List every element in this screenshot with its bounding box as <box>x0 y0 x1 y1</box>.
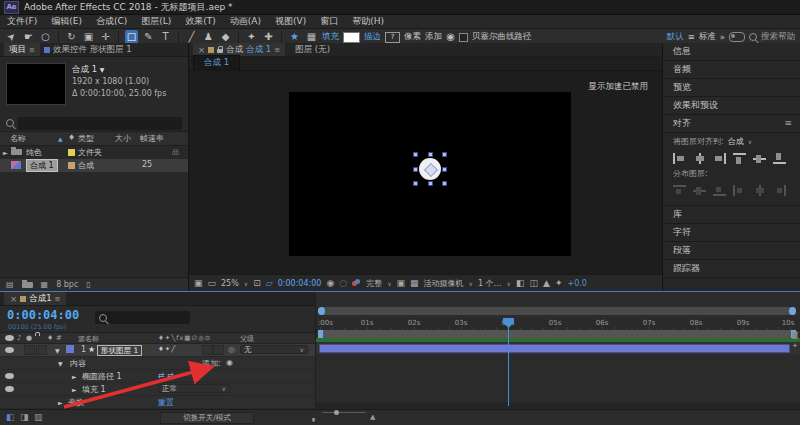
bezier-label[interactable]: 贝塞尔曲线路径 <box>472 31 532 43</box>
distribute-top-button[interactable] <box>673 185 686 196</box>
menu-composition[interactable]: 合成(C) <box>89 15 134 28</box>
fill-swatch[interactable] <box>343 32 360 43</box>
column-framerate[interactable]: 帧速率 <box>140 133 164 144</box>
column-name[interactable]: 名称 <box>10 133 26 144</box>
project-row-name[interactable]: 合成 1 <box>26 159 58 172</box>
shape-selection[interactable] <box>415 154 445 184</box>
grid-options-icon[interactable]: ▱ <box>266 278 273 288</box>
new-folder-icon[interactable] <box>22 282 33 288</box>
label-color-yellow[interactable] <box>68 149 75 156</box>
rotation-tool-icon[interactable]: ↻ <box>65 30 78 44</box>
align-panel-menu-icon[interactable]: ≡ <box>784 115 792 132</box>
comp-viewer[interactable]: 显示加速已禁用 <box>189 71 662 274</box>
channels-icon[interactable] <box>352 279 361 288</box>
timeline-zoom-slider[interactable] <box>322 412 366 413</box>
search-help-input[interactable]: 搜索帮助 <box>761 31 795 43</box>
monitor-icon[interactable]: ▭ <box>208 278 217 288</box>
panel-info[interactable]: 信息 <box>663 43 800 61</box>
stroke-swatch[interactable]: ? <box>385 32 400 43</box>
align-bottom-button[interactable] <box>773 153 786 164</box>
zoom-out-icon[interactable]: ▗ <box>310 414 315 421</box>
chevron-down-icon[interactable]: ∨ <box>748 138 752 145</box>
stroke-label[interactable]: 描边 <box>364 31 381 43</box>
audio-toggle[interactable] <box>24 345 35 355</box>
panel-effects-presets[interactable]: 效果和预设 <box>663 97 800 115</box>
align-vcenter-button[interactable] <box>753 153 766 164</box>
tool-creates-mask-icon[interactable]: ▦ <box>305 30 318 44</box>
switch-box[interactable] <box>202 345 213 355</box>
bit-depth-label[interactable]: 8 bpc <box>56 280 78 289</box>
eye-icon[interactable] <box>5 373 14 379</box>
sync-settings-icon[interactable] <box>729 32 745 42</box>
selection-handle[interactable] <box>413 152 418 157</box>
trash-icon[interactable]: ▯ <box>86 280 90 289</box>
new-composition-icon[interactable]: ▦ <box>41 280 49 289</box>
eye-icon[interactable] <box>5 386 14 392</box>
group-row-fill[interactable]: ► 填充 1 正常 ∨ <box>0 383 315 396</box>
comp-viewport[interactable] <box>289 92 571 256</box>
lock-toggle[interactable] <box>36 345 47 355</box>
expand-inout-pane-icon[interactable]: ◨ <box>20 412 29 422</box>
column-tag-icon[interactable]: ♦ <box>68 133 75 142</box>
timeline-timecode[interactable]: 0:00:04:00 <box>7 308 79 322</box>
camera-tool-icon[interactable]: ▣ <box>82 30 95 44</box>
time-navigator[interactable] <box>318 307 796 315</box>
collapse-icon[interactable]: ▼ <box>55 347 60 354</box>
workspace-standard[interactable]: 标准 <box>699 31 716 43</box>
menu-edit[interactable]: 编辑(E) <box>44 15 89 28</box>
region-of-interest-icon[interactable]: ⊡ <box>253 278 261 288</box>
label-color-tan[interactable] <box>68 162 75 169</box>
layer-switches[interactable]: ♦✦╱ <box>158 345 176 353</box>
reset-link[interactable]: 重置 <box>158 397 174 408</box>
add-label[interactable]: 添加: <box>202 358 221 369</box>
menu-window[interactable]: 窗口 <box>313 15 345 28</box>
group-row-contents[interactable]: ▼ 内容 添加: ◉ <box>0 357 315 370</box>
number-column-icon[interactable]: # <box>56 334 62 342</box>
panel-align[interactable]: 对齐 ≡ <box>663 115 800 133</box>
selection-handle[interactable] <box>428 152 433 157</box>
comp-mini-flowchart-icon[interactable]: ✦ <box>790 341 800 352</box>
pan-behind-tool-icon[interactable]: ✛ <box>99 30 112 44</box>
hand-tool-icon[interactable]: ☛ <box>22 30 35 44</box>
zoom-slider-knob[interactable] <box>334 410 339 415</box>
distribute-bottom-button[interactable] <box>713 185 726 196</box>
comp-name-dropdown-icon[interactable]: ▼ <box>100 66 105 73</box>
project-comp-name[interactable]: 合成 1 ▼ <box>72 63 166 76</box>
panel-paragraph[interactable]: 段落 <box>663 242 800 260</box>
video-column-icon[interactable] <box>5 335 14 341</box>
reverse-path-icons[interactable]: ⇄ ⇄ <box>158 371 174 380</box>
workspace-default[interactable]: 默认 <box>667 31 684 43</box>
tool-creates-shape-icon[interactable]: ★ <box>288 30 301 44</box>
project-search-input[interactable] <box>18 117 182 130</box>
add-shape-icon[interactable]: ◉ <box>446 30 455 44</box>
project-search-icon[interactable] <box>6 119 14 127</box>
fast-previews-icon[interactable]: ◧ <box>516 278 525 288</box>
flowchart-icon[interactable]: ▲ <box>543 278 550 288</box>
eraser-tool-icon[interactable]: ◆ <box>219 30 232 44</box>
collapse-icon[interactable]: ▼ <box>58 360 63 367</box>
toolbar-overflow-icon[interactable]: » <box>720 32 725 42</box>
align-right-button[interactable] <box>713 153 726 164</box>
menu-view[interactable]: 视图(V) <box>268 15 313 28</box>
comp-panel-menu-icon[interactable]: ≡ <box>274 46 280 54</box>
eye-icon[interactable] <box>5 347 14 353</box>
comp-marker-button[interactable]: ◙ <box>790 330 800 341</box>
layer-name[interactable]: 形状图层 1 <box>97 345 142 356</box>
distribute-left-button[interactable] <box>733 185 746 196</box>
snapshot-icon[interactable]: ◉ <box>326 278 334 288</box>
work-area-start-handle[interactable] <box>318 330 323 338</box>
layer-label-swatch[interactable] <box>66 345 74 353</box>
menu-file[interactable]: 文件(F) <box>0 15 44 28</box>
comp-timecode[interactable]: 0:00:04:00 <box>278 279 322 288</box>
add-property-icon[interactable]: ◉ <box>226 358 233 367</box>
selection-handle[interactable] <box>442 181 447 186</box>
solo-column-icon[interactable]: ● <box>26 334 32 342</box>
parent-pick-whip-icon[interactable]: ◎ <box>228 345 235 354</box>
pen-tool-icon[interactable]: ✎ <box>142 30 155 44</box>
magnification-dropdown[interactable]: 25% <box>221 279 239 288</box>
menu-help[interactable]: 帮助(H) <box>345 15 391 28</box>
expand-icon[interactable]: ► <box>3 149 8 156</box>
parent-column[interactable]: 父级 <box>240 334 254 344</box>
clone-stamp-tool-icon[interactable]: ♟ <box>202 30 215 44</box>
target-region-icon[interactable]: ▣ <box>397 278 406 288</box>
